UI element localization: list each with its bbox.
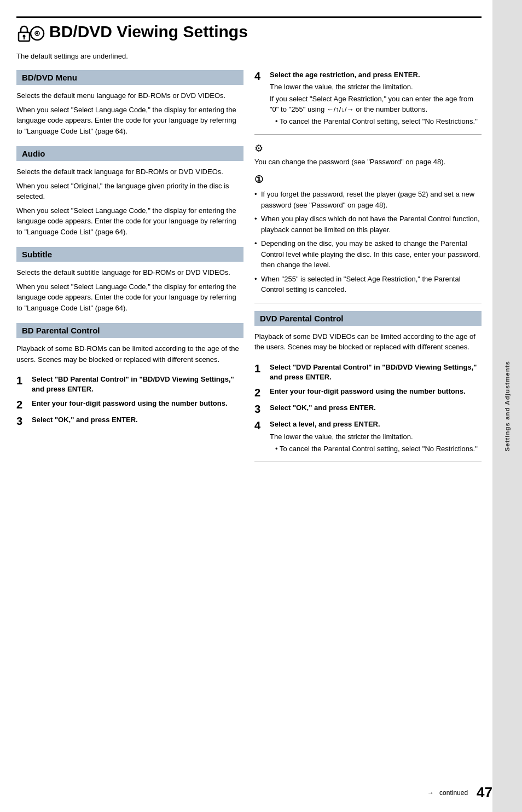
dvd-parental-intro: Playback of some DVD VIDEOs can be limit… bbox=[254, 331, 482, 353]
dvd-parental-header: DVD Parental Control bbox=[254, 311, 482, 326]
password-note-icon: ⚙ bbox=[254, 142, 482, 154]
bd-parental-steps: 1 Select "BD Parental Control" in "BD/DV… bbox=[16, 375, 243, 427]
bd-step-1-text: Select "BD Parental Control" in "BD/DVD … bbox=[32, 375, 243, 394]
dvd-step-1-num: 1 bbox=[254, 362, 265, 375]
two-col-layout: BD/DVD Menu Selects the default menu lan… bbox=[16, 70, 482, 470]
bd-step-2-text: Enter your four-digit password using the… bbox=[32, 399, 228, 408]
dvd-parental-steps: 1 Select "DVD Parental Control" in "BD/D… bbox=[254, 362, 482, 454]
bd-step-4-detail1: The lower the value, the stricter the li… bbox=[270, 82, 482, 114]
bd-step-4-num: 4 bbox=[254, 70, 265, 82]
bd-step-1-num: 1 bbox=[16, 375, 27, 387]
main-content: BD/DVD Viewing Settings The default sett… bbox=[0, 0, 492, 812]
page-title: BD/DVD Viewing Settings bbox=[49, 22, 248, 41]
dvd-step-4-bullet: • To cancel the Parental Control setting… bbox=[270, 444, 478, 454]
bd-step-3: 3 Select "OK," and press ENTER. bbox=[16, 415, 243, 427]
audio-text2: When you select "Original," the language… bbox=[16, 181, 243, 202]
warning-bullet-4: When "255" is selected in "Select Age Re… bbox=[254, 274, 482, 295]
warning-notes: ① If you forget the password, reset the … bbox=[254, 174, 482, 295]
sidebar-label: Settings and Adjustments bbox=[504, 361, 511, 451]
bd-dvd-menu-text2: When you select "Select Language Code," … bbox=[16, 105, 243, 137]
bd-step-4-text: Select the age restriction, and press EN… bbox=[270, 71, 420, 79]
bd-step-4-bullet: • To cancel the Parental Control setting… bbox=[270, 117, 482, 126]
footer-arrow: → bbox=[427, 789, 434, 797]
warning-bullet-2: When you play discs which do not have th… bbox=[254, 214, 482, 235]
col-right: 4 Select the age restriction, and press … bbox=[254, 70, 482, 470]
page-container: BD/DVD Viewing Settings The default sett… bbox=[0, 0, 522, 812]
dvd-step-2: 2 Enter your four-digit password using t… bbox=[254, 387, 482, 399]
dvd-step-3: 3 Select "OK," and press ENTER. bbox=[254, 403, 482, 415]
audio-content: Selects the default track language for B… bbox=[16, 166, 243, 237]
bd-step-3-num: 3 bbox=[16, 415, 27, 427]
password-note: ⚙ You can change the password (see "Pass… bbox=[254, 142, 482, 168]
bd-dvd-menu-header: BD/DVD Menu bbox=[16, 70, 243, 85]
dvd-parental-intro-text: Playback of some DVD VIDEOs can be limit… bbox=[254, 331, 482, 353]
subtitle-content: Selects the default subtitle language fo… bbox=[16, 267, 243, 313]
page-title-box: BD/DVD Viewing Settings bbox=[16, 16, 482, 42]
divider-2 bbox=[254, 303, 482, 303]
default-note: The default settings are underlined. bbox=[16, 52, 482, 60]
dvd-step-4: 4 Select a level, and press ENTER. The l… bbox=[254, 419, 482, 454]
audio-text3: When you select "Select Language Code," … bbox=[16, 205, 243, 238]
dvd-step-2-text: Enter your four-digit password using the… bbox=[270, 387, 466, 396]
dvd-step-1-text: Select "DVD Parental Control" in "BD/DVD… bbox=[270, 362, 482, 382]
bd-dvd-menu-text1: Selects the default menu language for BD… bbox=[16, 90, 243, 101]
bd-parental-content: Playback of some BD-ROMs can be limited … bbox=[16, 343, 243, 365]
dvd-icon bbox=[30, 26, 45, 41]
bd-step-2: 2 Enter your four-digit password using t… bbox=[16, 399, 243, 411]
page-footer: → continued 47 bbox=[16, 784, 492, 801]
dvd-step-4-text: Select a level, and press ENTER. bbox=[270, 420, 380, 428]
bd-parental-header: BD Parental Control bbox=[16, 323, 243, 338]
bd-step-3-text: Select "OK," and press ENTER. bbox=[32, 415, 138, 425]
bd-step-2-num: 2 bbox=[16, 399, 27, 411]
svg-point-5 bbox=[36, 32, 38, 34]
audio-header: Audio bbox=[16, 146, 243, 161]
audio-text1: Selects the default track language for B… bbox=[16, 166, 243, 177]
divider-3 bbox=[254, 462, 482, 462]
bd-step-4-content: Select the age restriction, and press EN… bbox=[270, 70, 482, 126]
dvd-step-1: 1 Select "DVD Parental Control" in "BD/D… bbox=[254, 362, 482, 382]
divider-1 bbox=[254, 134, 482, 135]
bd-step-1: 1 Select "BD Parental Control" in "BD/DV… bbox=[16, 375, 243, 394]
bd-parental-intro: Playback of some BD-ROMs can be limited … bbox=[16, 343, 243, 365]
dvd-step-4-detail: The lower the value, the stricter the li… bbox=[270, 432, 478, 442]
svg-point-1 bbox=[23, 35, 26, 38]
subtitle-text1: Selects the default subtitle language fo… bbox=[16, 267, 243, 278]
warning-bullet-list: If you forget the password, reset the pl… bbox=[254, 189, 482, 295]
dvd-step-3-text: Select "OK," and press ENTER. bbox=[270, 403, 376, 413]
warning-bullet-3: Depending on the disc, you may be asked … bbox=[254, 238, 482, 270]
dvd-step-3-num: 3 bbox=[254, 403, 265, 415]
dvd-step-4-num: 4 bbox=[254, 419, 265, 431]
password-note-text: You can change the password (see "Passwo… bbox=[254, 157, 482, 168]
dvd-step-4-content: Select a level, and press ENTER. The low… bbox=[270, 419, 478, 454]
subtitle-header: Subtitle bbox=[16, 247, 243, 262]
dvd-step-2-num: 2 bbox=[254, 387, 265, 399]
warning-icon: ① bbox=[254, 174, 482, 186]
bd-dvd-menu-content: Selects the default menu language for BD… bbox=[16, 90, 243, 136]
col-left: BD/DVD Menu Selects the default menu lan… bbox=[16, 70, 243, 470]
sidebar-strip: Settings and Adjustments bbox=[492, 0, 522, 812]
bd-step-4: 4 Select the age restriction, and press … bbox=[254, 70, 482, 126]
footer-page-num: 47 bbox=[477, 784, 492, 801]
warning-bullet-1: If you forget the password, reset the pl… bbox=[254, 189, 482, 210]
subtitle-text2: When you select "Select Language Code," … bbox=[16, 281, 243, 314]
footer-continued: continued bbox=[439, 789, 468, 797]
